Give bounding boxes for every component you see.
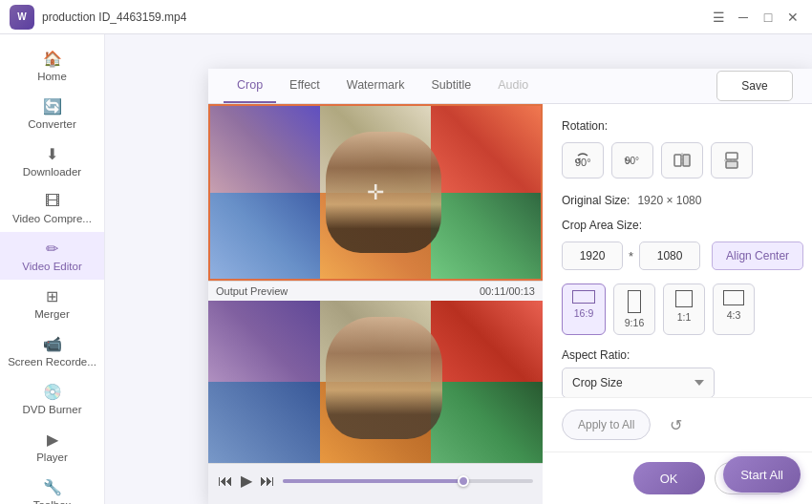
tab-subtitle[interactable]: Subtitle bbox=[417, 69, 484, 103]
sidebar-label-screen-recorder: Screen Recorde... bbox=[8, 356, 96, 368]
sidebar-item-downloader[interactable]: ⬇ Downloader bbox=[0, 137, 104, 185]
app-wrapper: W production ID_4463159.mp4 ☰ ─ □ ✕ 🏠 Ho… bbox=[0, 0, 812, 504]
sidebar-item-converter[interactable]: 🔄 Converter bbox=[0, 90, 104, 137]
ok-button[interactable]: OK bbox=[633, 462, 705, 494]
maximize-button[interactable]: □ bbox=[759, 8, 778, 27]
art-cell-b4 bbox=[208, 382, 320, 463]
start-all-button[interactable]: Start All bbox=[723, 456, 801, 493]
video-art-bottom bbox=[208, 301, 543, 463]
editor-tabs: Crop Effect Watermark Subtitle Audio Sav… bbox=[208, 69, 812, 104]
output-preview-text: Output Preview bbox=[216, 285, 288, 297]
original-size-value: 1920 × 1080 bbox=[637, 194, 701, 207]
reset-button[interactable]: ↺ bbox=[660, 410, 691, 440]
menu-button[interactable]: ☰ bbox=[709, 8, 728, 27]
sidebar-item-player[interactable]: ▶ Player bbox=[0, 423, 104, 471]
tab-watermark[interactable]: Watermark bbox=[333, 69, 418, 103]
sidebar-item-video-compress[interactable]: 🎞 Video Compre... bbox=[0, 185, 104, 232]
sidebar-label-dvd-burner: DVD Burner bbox=[23, 404, 82, 415]
window-controls: ☰ ─ □ ✕ bbox=[709, 8, 802, 27]
minimize-button[interactable]: ─ bbox=[734, 8, 753, 27]
flip-h-icon bbox=[673, 151, 692, 170]
rotate-cw-button[interactable]: ↻ 90° bbox=[611, 142, 653, 178]
progress-track[interactable] bbox=[283, 479, 533, 483]
modal-body: ✛ Output Preview 00:11/00:13 bbox=[208, 104, 812, 504]
sidebar-item-merger[interactable]: ⊞ Merger bbox=[0, 280, 104, 327]
art-cell-6 bbox=[431, 193, 541, 280]
flip-h-button[interactable] bbox=[661, 142, 703, 178]
rotate-cw-icon: ↻ 90° bbox=[623, 151, 642, 170]
skip-back-button[interactable]: ⏮ bbox=[218, 472, 233, 490]
aspect-1-1-label: 1:1 bbox=[677, 311, 692, 323]
body-area: 🏠 Home 🔄 Converter ⬇ Downloader 🎞 Video … bbox=[0, 34, 812, 504]
flip-v-button[interactable] bbox=[711, 142, 753, 178]
window-title: production ID_4463159.mp4 bbox=[42, 10, 709, 24]
sidebar-label-video-compress: Video Compre... bbox=[12, 213, 92, 224]
reset-icon: ↺ bbox=[670, 416, 682, 434]
art-cell-4 bbox=[210, 193, 320, 280]
aspect-4-3-icon bbox=[723, 290, 744, 305]
rotation-row: 90° ↺ ↻ 90° bbox=[562, 142, 793, 178]
art-cell-1 bbox=[210, 106, 320, 193]
sidebar-label-player: Player bbox=[36, 452, 68, 463]
apply-all-button[interactable]: Apply to All bbox=[562, 410, 651, 440]
progress-fill bbox=[283, 479, 463, 483]
art-cell-b1 bbox=[208, 301, 320, 382]
progress-thumb bbox=[458, 475, 469, 487]
tab-crop[interactable]: Crop bbox=[224, 69, 276, 103]
rotate-ccw-icon: 90° ↺ bbox=[573, 151, 592, 170]
merger-icon: ⊞ bbox=[46, 287, 58, 305]
crop-area-label: Crop Area Size: bbox=[562, 219, 793, 232]
home-icon: 🏠 bbox=[43, 50, 62, 68]
close-button[interactable]: ✕ bbox=[783, 8, 802, 27]
crop-height-input[interactable] bbox=[639, 242, 700, 270]
aspect-9-16-label: 9:16 bbox=[625, 317, 644, 328]
aspect-ratio-row: 16:9 9:16 1:1 bbox=[562, 284, 793, 335]
svg-rect-8 bbox=[726, 161, 737, 168]
sidebar-label-merger: Merger bbox=[34, 308, 69, 320]
aspect-16-9-icon bbox=[572, 290, 595, 304]
svg-text:90°: 90° bbox=[625, 156, 639, 166]
aspect-ratio-select[interactable]: Crop Size Original 16:9 9:16 1:1 4:3 21:… bbox=[562, 368, 715, 397]
video-preview-bottom bbox=[208, 301, 543, 463]
sidebar-item-video-editor[interactable]: ✏ Video Editor bbox=[0, 232, 104, 280]
sidebar-item-screen-recorder[interactable]: 📹 Screen Recorde... bbox=[0, 327, 104, 375]
screen-recorder-icon: 📹 bbox=[43, 335, 62, 353]
crop-width-input[interactable] bbox=[562, 242, 623, 270]
aspect-1-1-icon bbox=[675, 290, 693, 307]
app-logo: W bbox=[10, 5, 34, 30]
aspect-16-9-button[interactable]: 16:9 bbox=[562, 284, 606, 335]
tab-effect[interactable]: Effect bbox=[276, 69, 333, 103]
aspect-select-row: Aspect Ratio: Crop Size Original 16:9 9:… bbox=[562, 348, 793, 397]
sidebar: 🏠 Home 🔄 Converter ⬇ Downloader 🎞 Video … bbox=[0, 34, 105, 504]
sidebar-label-home: Home bbox=[37, 71, 67, 82]
sidebar-item-toolbox[interactable]: 🔧 Toolbox bbox=[0, 471, 104, 504]
aspect-ratio-label: Aspect Ratio: bbox=[562, 348, 793, 362]
crop-size-row: * Align Center bbox=[562, 242, 793, 270]
tab-audio: Audio bbox=[484, 69, 542, 103]
sidebar-label-video-editor: Video Editor bbox=[22, 261, 81, 272]
save-button[interactable]: Save bbox=[716, 71, 793, 101]
svg-rect-5 bbox=[683, 155, 690, 166]
svg-rect-7 bbox=[726, 153, 737, 159]
figure-overlay-bottom bbox=[326, 317, 443, 439]
rotate-ccw-button[interactable]: 90° ↺ bbox=[562, 142, 604, 178]
aspect-4-3-button[interactable]: 4:3 bbox=[713, 284, 755, 335]
controls-content: Rotation: 90° ↺ bbox=[543, 104, 812, 397]
sidebar-item-dvd-burner[interactable]: 💿 DVD Burner bbox=[0, 375, 104, 423]
sidebar-label-downloader: Downloader bbox=[23, 166, 81, 178]
art-cell-3 bbox=[431, 106, 541, 193]
flip-v-icon bbox=[722, 151, 741, 170]
aspect-1-1-button[interactable]: 1:1 bbox=[663, 284, 705, 335]
align-center-button[interactable]: Align Center bbox=[712, 242, 803, 270]
aspect-16-9-label: 16:9 bbox=[574, 307, 593, 319]
title-bar: W production ID_4463159.mp4 ☰ ─ □ ✕ bbox=[0, 0, 812, 34]
player-icon: ▶ bbox=[47, 430, 58, 449]
play-button[interactable]: ▶ bbox=[241, 472, 252, 490]
crop-separator: * bbox=[629, 249, 633, 263]
svg-rect-4 bbox=[674, 155, 681, 166]
aspect-9-16-button[interactable]: 9:16 bbox=[613, 284, 655, 335]
skip-forward-button[interactable]: ⏭ bbox=[260, 472, 275, 490]
sidebar-item-home[interactable]: 🏠 Home bbox=[0, 42, 104, 90]
rotation-label: Rotation: bbox=[562, 119, 793, 133]
bottom-actions: Apply to All ↺ bbox=[543, 397, 812, 452]
